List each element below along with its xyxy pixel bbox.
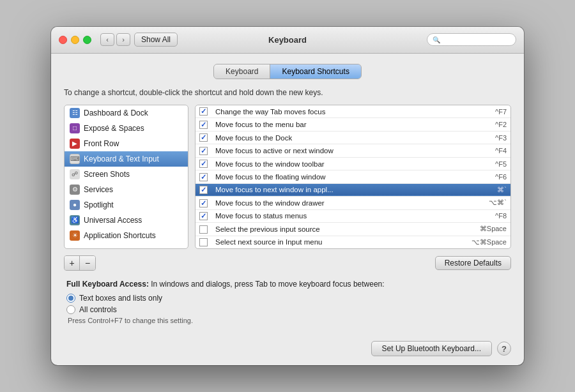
sidebar-item-dashboard[interactable]: ☷ Dashboard & Dock [65,105,188,121]
radio-text-boxes-label: Text boxes and lists only [79,294,162,303]
sidebar-item-frontrow[interactable]: ▶ Front Row [65,136,188,151]
shortcut-checkbox[interactable] [199,173,208,181]
sidebar-item-appshortcuts[interactable]: ☀ Application Shortcuts [65,228,188,243]
radio-text-boxes-dot [66,294,75,303]
shortcut-row[interactable]: Move focus to the menu bar ^F2 [195,118,510,131]
minimize-button[interactable] [71,36,79,44]
frontrow-icon: ▶ [70,139,80,149]
shortcut-row[interactable]: Move focus to status menus ^F8 [195,209,510,222]
search-input[interactable] [443,36,510,43]
sidebar: ☷ Dashboard & Dock □ Exposé & Spaces ▶ F… [64,105,188,249]
shortcut-row[interactable]: Move focus to active or next window ^F4 [195,144,510,157]
sidebar-label-dashboard: Dashboard & Dock [84,109,148,117]
shortcut-row[interactable]: Move focus to the Dock ^F3 [195,131,510,144]
sidebar-item-services[interactable]: ⚙ Services [65,182,188,197]
shortcut-label: Move focus to active or next window [211,144,434,157]
main-window: ‹ › Show All Keyboard 🔍 Keyboard Keyboar… [51,27,524,365]
radio-text-boxes[interactable]: Text boxes and lists only [66,294,509,303]
close-button[interactable] [59,36,67,44]
show-all-button[interactable]: Show All [134,33,178,47]
shortcut-row[interactable]: Move focus to the window drawer ⌥⌘` [195,197,510,209]
shortcut-checkbox[interactable] [199,133,208,142]
shortcut-label: Move focus to the Dock [211,131,434,144]
shortcut-row[interactable]: Move focus to the floating window ^F6 [195,170,510,183]
sidebar-label-screenshots: Screen Shots [84,170,130,179]
sidebar-item-screenshots[interactable]: ☍ Screen Shots [65,167,188,182]
checkbox-cell[interactable] [195,105,211,118]
search-icon: 🔍 [433,36,440,43]
sidebar-label-universal: Universal Access [84,216,142,225]
shortcut-key: ^F2 [434,118,510,131]
shortcut-row[interactable]: Change the way Tab moves focus ^F7 [195,105,510,118]
tab-keyboard[interactable]: Keyboard [214,64,270,79]
shortcut-row[interactable]: Select the previous input source ⌘Space [195,223,510,236]
shortcut-checkbox[interactable] [199,199,208,207]
shortcut-checkbox[interactable] [199,160,208,168]
restore-defaults-button[interactable]: Restore Defaults [435,256,511,270]
shortcuts-panel: Change the way Tab moves focus ^F7 Move … [195,105,511,249]
radio-all-controls-dot [66,305,75,314]
shortcut-label: Move focus to status menus [211,209,434,222]
checkbox-cell[interactable] [195,183,211,196]
shortcut-checkbox[interactable] [199,186,208,194]
forward-button[interactable]: › [116,33,130,46]
help-button[interactable]: ? [497,342,511,356]
appshortcuts-icon: ☀ [70,230,80,241]
sidebar-item-keyboard[interactable]: ⌨ Keyboard & Text Input [65,151,188,167]
add-button[interactable]: + [65,256,80,270]
spotlight-icon: ● [70,200,80,210]
shortcut-checkbox[interactable] [199,225,208,234]
shortcut-label: Move focus to the floating window [211,170,434,183]
sidebar-item-universal[interactable]: ♿ Universal Access [65,213,188,228]
window-title: Keyboard [268,35,307,45]
tab-group: Keyboard Keyboard Shortcuts [213,64,362,79]
bottom-bar: Set Up Bluetooth Keyboard... ? [51,335,524,365]
expose-icon: □ [70,123,80,133]
bottom-buttons-row: + − Restore Defaults [64,255,511,271]
shortcut-checkbox[interactable] [199,107,208,116]
shortcut-key: ^F8 [434,209,510,222]
sidebar-item-spotlight[interactable]: ● Spotlight [65,197,188,213]
main-split: ☷ Dashboard & Dock □ Exposé & Spaces ▶ F… [64,105,511,249]
radio-all-controls-label: All controls [79,305,117,314]
tabs-row: Keyboard Keyboard Shortcuts [64,64,511,79]
radio-all-controls[interactable]: All controls [66,305,509,314]
sidebar-label-expose: Exposé & Spaces [84,124,144,133]
checkbox-cell[interactable] [195,197,211,209]
checkbox-cell[interactable] [195,236,211,248]
checkbox-cell[interactable] [195,157,211,170]
sidebar-item-expose[interactable]: □ Exposé & Spaces [65,121,188,136]
maximize-button[interactable] [83,36,91,44]
shortcut-key: ^F6 [434,170,510,183]
shortcut-key: ⌥⌘` [434,197,510,209]
checkbox-cell[interactable] [195,131,211,144]
hint-text: Press Control+F7 to change this setting. [68,317,509,324]
tab-keyboard-shortcuts[interactable]: Keyboard Shortcuts [270,64,360,79]
keyboard-icon: ⌨ [70,154,80,164]
shortcut-key: ^F7 [434,105,510,118]
shortcut-checkbox[interactable] [199,212,208,220]
shortcut-key: ^F3 [434,131,510,144]
shortcut-checkbox[interactable] [199,238,208,246]
search-box[interactable]: 🔍 [427,33,516,46]
full-keyboard-label: Full Keyboard Access: In windows and dia… [66,280,509,289]
checkbox-cell[interactable] [195,223,211,236]
shortcut-checkbox[interactable] [199,147,208,155]
checkbox-cell[interactable] [195,170,211,183]
back-button[interactable]: ‹ [100,33,114,46]
shortcut-key: ⌘` [434,183,510,196]
remove-button[interactable]: − [80,256,95,270]
shortcut-row[interactable]: Select next source in Input menu ⌥⌘Space [195,236,510,248]
add-remove-buttons: + − [64,255,96,271]
shortcut-checkbox[interactable] [199,121,208,129]
checkbox-cell[interactable] [195,209,211,222]
shortcut-row[interactable]: Move focus to the window toolbar ^F5 [195,157,510,170]
shortcut-label: Change the way Tab moves focus [211,105,434,118]
bluetooth-button[interactable]: Set Up Bluetooth Keyboard... [371,341,492,356]
shortcut-label: Move focus to the window drawer [211,197,434,209]
shortcut-row[interactable]: Move focus to next window in appl... ⌘` [195,183,510,196]
checkbox-cell[interactable] [195,144,211,157]
shortcut-key: ⌘Space [434,223,510,236]
checkbox-cell[interactable] [195,118,211,131]
screenshots-icon: ☍ [70,169,80,179]
